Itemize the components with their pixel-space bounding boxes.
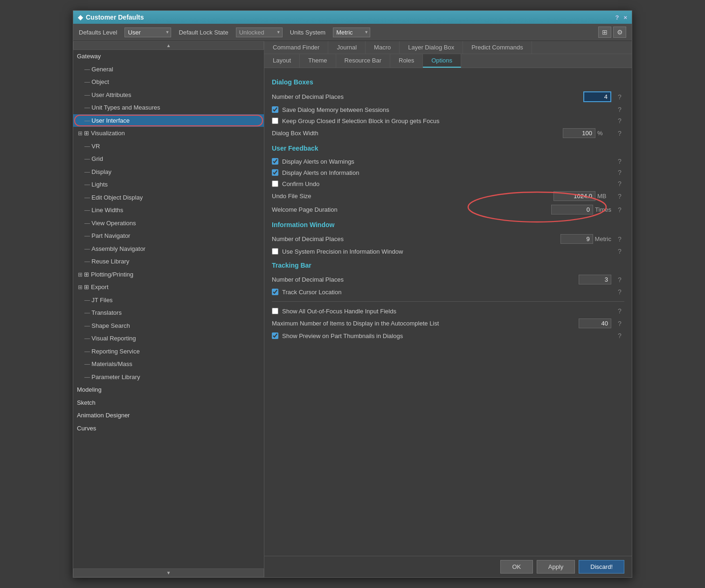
apply-button[interactable]: Apply bbox=[537, 560, 575, 574]
settings-content: Dialog Boxes Number of Decimal Places ? … bbox=[264, 68, 632, 556]
sidebar-item-gateway[interactable]: Gateway bbox=[73, 50, 264, 63]
sidebar-item-view-operations[interactable]: View Operations bbox=[73, 217, 264, 230]
sidebar-item-line-widths[interactable]: Line Widths bbox=[73, 204, 264, 217]
sidebar-item-assembly-navigator[interactable]: Assembly Navigator bbox=[73, 242, 264, 256]
sidebar-item-unit-types[interactable]: Unit Types and Measures bbox=[73, 101, 264, 114]
sidebar-item-visual-reporting[interactable]: Visual Reporting bbox=[73, 332, 264, 345]
sidebar-item-reporting-service[interactable]: Reporting Service bbox=[73, 345, 264, 358]
save-dialog-checkbox[interactable] bbox=[272, 106, 278, 113]
lock-state-select-wrapper[interactable]: Unlocked Locked bbox=[236, 28, 283, 37]
defaults-level-select[interactable]: User Site Group bbox=[124, 28, 171, 37]
tracking-decimal-places-input[interactable] bbox=[579, 275, 611, 284]
sidebar-item-visualization[interactable]: ⊞ Visualization bbox=[73, 127, 264, 140]
units-system-select-wrapper[interactable]: Metric English bbox=[333, 28, 370, 37]
use-system-precision-label: Use System Precision in Information Wind… bbox=[282, 248, 403, 255]
tab-roles[interactable]: Roles bbox=[390, 54, 423, 68]
sidebar-item-materials-mass[interactable]: Materials/Mass bbox=[73, 358, 264, 371]
sidebar-item-reuse-library[interactable]: Reuse Library bbox=[73, 255, 264, 268]
confirm-undo-help[interactable]: ? bbox=[615, 180, 624, 187]
sidebar-item-part-navigator[interactable]: Part Navigator bbox=[73, 229, 264, 242]
track-cursor-checkbox[interactable] bbox=[272, 289, 278, 295]
use-system-precision-checkbox[interactable] bbox=[272, 248, 278, 255]
sidebar-item-parameter-library[interactable]: Parameter Library bbox=[73, 371, 264, 384]
display-alerts-info-row: Display Alerts on Information ? bbox=[272, 167, 624, 178]
sidebar-item-sketch[interactable]: Sketch bbox=[73, 396, 264, 409]
sidebar-scroll-up[interactable]: ▲ bbox=[73, 41, 264, 50]
max-autocomplete-help[interactable]: ? bbox=[615, 320, 624, 327]
show-preview-help[interactable]: ? bbox=[615, 332, 624, 339]
sidebar-item-export[interactable]: ⊞ Export bbox=[73, 281, 264, 294]
undo-file-size-input[interactable] bbox=[553, 191, 595, 201]
show-out-of-focus-checkbox[interactable] bbox=[272, 308, 278, 314]
undo-file-size-row: Undo File Size MB ? bbox=[272, 189, 624, 203]
use-system-precision-help[interactable]: ? bbox=[615, 248, 624, 255]
decimal-places-help[interactable]: ? bbox=[615, 93, 624, 101]
sidebar-item-edit-object-display[interactable]: Edit Object Display bbox=[73, 191, 264, 204]
sidebar-item-shape-search[interactable]: Shape Search bbox=[73, 319, 264, 332]
tab-resource-bar[interactable]: Resource Bar bbox=[336, 54, 390, 68]
tab-macro[interactable]: Macro bbox=[366, 41, 400, 54]
customer-defaults-window: ◆ Customer Defaults ? × Defaults Level U… bbox=[73, 10, 632, 578]
tab-theme[interactable]: Theme bbox=[300, 54, 336, 68]
sidebar-item-user-interface[interactable]: User Interface bbox=[73, 114, 264, 127]
ok-button[interactable]: OK bbox=[500, 560, 533, 574]
show-preview-row: Show Preview on Part Thumbnails in Dialo… bbox=[272, 330, 624, 341]
display-alerts-warn-help[interactable]: ? bbox=[615, 158, 624, 165]
sidebar-item-grid[interactable]: Grid bbox=[73, 152, 264, 166]
settings-icon-btn[interactable]: ⊞ bbox=[598, 27, 611, 38]
lock-state-select[interactable]: Unlocked Locked bbox=[236, 28, 283, 37]
track-cursor-help[interactable]: ? bbox=[615, 288, 624, 296]
display-alerts-warn-checkbox[interactable] bbox=[272, 158, 278, 165]
display-alerts-info-help[interactable]: ? bbox=[615, 169, 624, 176]
tracking-decimal-help[interactable]: ? bbox=[615, 276, 624, 284]
sidebar-item-animation-designer[interactable]: Animation Designer bbox=[73, 409, 264, 422]
divider-1 bbox=[272, 301, 624, 302]
tab-options[interactable]: Options bbox=[423, 54, 461, 68]
dialog-width-input[interactable] bbox=[563, 128, 595, 138]
info-decimal-help[interactable]: ? bbox=[615, 235, 624, 243]
undo-file-size-unit: MB bbox=[597, 193, 611, 200]
tab-journal[interactable]: Journal bbox=[328, 41, 366, 54]
display-alerts-info-checkbox[interactable] bbox=[272, 169, 278, 176]
decimal-places-input[interactable] bbox=[583, 91, 611, 102]
sidebar-item-translators[interactable]: Translators bbox=[73, 306, 264, 319]
tab-predict-commands[interactable]: Predict Commands bbox=[463, 41, 532, 54]
sidebar-item-plotting[interactable]: ⊞ Plotting/Printing bbox=[73, 268, 264, 281]
sidebar-item-curves[interactable]: Curves bbox=[73, 422, 264, 435]
welcome-page-help[interactable]: ? bbox=[615, 206, 624, 214]
section-information-window: Information Window bbox=[272, 221, 624, 228]
keep-group-checkbox[interactable] bbox=[272, 118, 278, 124]
dialog-width-help[interactable]: ? bbox=[615, 130, 624, 137]
show-preview-checkbox[interactable] bbox=[272, 332, 278, 339]
sidebar-item-vr[interactable]: VR bbox=[73, 140, 264, 153]
sidebar-item-lights[interactable]: Lights bbox=[73, 178, 264, 191]
sidebar-scroll-down[interactable]: ▼ bbox=[73, 568, 264, 577]
cancel-button[interactable]: Discard! bbox=[579, 560, 624, 574]
defaults-level-select-wrapper[interactable]: User Site Group bbox=[124, 28, 171, 37]
sidebar-item-display[interactable]: Display bbox=[73, 166, 264, 179]
units-system-select[interactable]: Metric English bbox=[333, 28, 370, 37]
max-autocomplete-input[interactable] bbox=[579, 318, 611, 328]
close-title-btn[interactable]: × bbox=[623, 14, 627, 21]
sidebar-scroll[interactable]: Gateway General Object User Attributes U… bbox=[73, 50, 264, 568]
help-title-btn[interactable]: ? bbox=[615, 14, 619, 21]
sidebar-item-user-attributes[interactable]: User Attributes bbox=[73, 89, 264, 102]
sidebar-item-object[interactable]: Object bbox=[73, 76, 264, 89]
sidebar-item-general[interactable]: General bbox=[73, 63, 264, 76]
undo-file-size-help[interactable]: ? bbox=[615, 193, 624, 200]
tab-layer-dialog-box[interactable]: Layer Dialog Box bbox=[400, 41, 463, 54]
tab-command-finder[interactable]: Command Finder bbox=[264, 41, 328, 54]
tab-row-2: Layout Theme Resource Bar Roles Options bbox=[264, 54, 632, 68]
sidebar-item-modeling[interactable]: Modeling bbox=[73, 383, 264, 396]
keep-group-help[interactable]: ? bbox=[615, 117, 624, 125]
tab-layout[interactable]: Layout bbox=[264, 54, 300, 68]
welcome-page-input[interactable] bbox=[551, 205, 593, 214]
info-decimal-places-input[interactable] bbox=[560, 234, 593, 244]
gear-icon-btn[interactable]: ⚙ bbox=[613, 27, 626, 38]
content-panel: Command Finder Journal Macro Layer Dialo… bbox=[264, 41, 632, 577]
show-out-of-focus-help[interactable]: ? bbox=[615, 307, 624, 315]
confirm-undo-checkbox[interactable] bbox=[272, 180, 278, 187]
sidebar-item-jt-files[interactable]: JT Files bbox=[73, 294, 264, 307]
toolbar-row: Defaults Level User Site Group Default L… bbox=[73, 24, 632, 41]
save-dialog-help[interactable]: ? bbox=[615, 106, 624, 113]
